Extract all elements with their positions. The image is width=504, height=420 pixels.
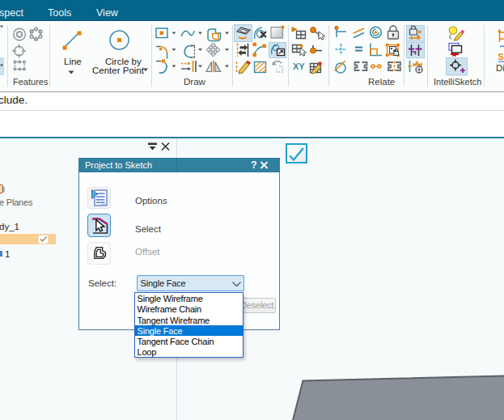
svg-text:S: S (498, 52, 504, 62)
svg-text:XY: XY (293, 62, 305, 71)
